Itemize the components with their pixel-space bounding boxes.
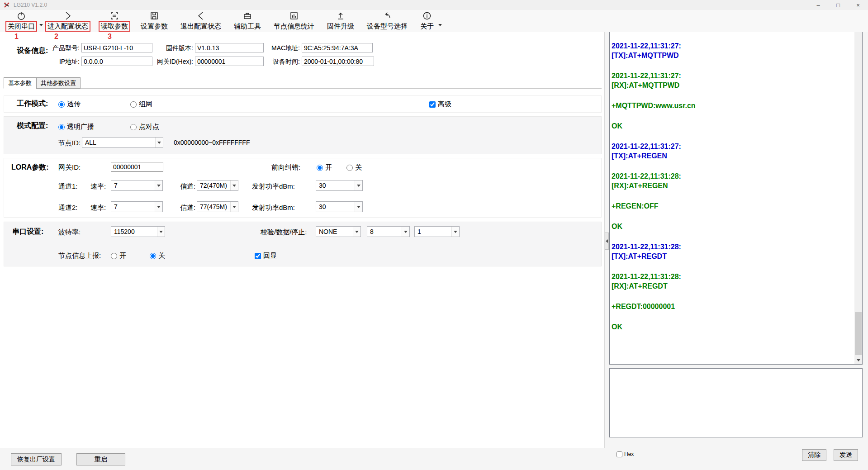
baud-rate-label: 波特率: — [58, 228, 81, 237]
chevron-down-icon[interactable] — [438, 24, 442, 26]
work-mode-band — [4, 95, 602, 113]
channel1-freq-select[interactable]: 72(470M) — [197, 180, 238, 191]
toolbar-label: 固件升级 — [325, 21, 356, 32]
toolbar-label: 关闭串口 — [5, 21, 37, 32]
toolbar-button-about[interactable]: 关于 — [417, 10, 437, 32]
channel2-label: 通道2: — [58, 204, 78, 212]
work-mode-network-radio[interactable]: 组网 — [130, 100, 152, 109]
toolbar-label: 退出配置状态 — [178, 21, 223, 32]
channel2-freq-select[interactable]: 77(475M) — [197, 201, 238, 212]
reboot-button[interactable]: 重启 — [76, 453, 125, 465]
log-line: 2021-11-22,11:31:27: — [612, 41, 847, 51]
toolbar-label: 辅助工具 — [232, 21, 263, 32]
mode-broadcast-radio[interactable]: 透明广播 — [58, 123, 94, 131]
gateway-id-hex-field[interactable] — [195, 57, 264, 66]
node-report-on-radio[interactable]: 开 — [111, 252, 126, 260]
mode-p2p-radio[interactable]: 点对点 — [130, 123, 159, 131]
mac-address-field[interactable] — [302, 43, 373, 52]
device-info-title: 设备信息: — [17, 46, 48, 56]
echo-checkbox[interactable]: 回显 — [255, 252, 277, 260]
scrollbar-thumb[interactable] — [855, 312, 862, 355]
rate2-select[interactable]: 7 — [111, 201, 163, 212]
product-model-field[interactable] — [81, 43, 152, 52]
gateway-id-label: 网关ID: — [58, 163, 81, 172]
log-line: OK — [612, 121, 847, 131]
channel1-freq-label: 信道: — [180, 182, 195, 191]
log-line: [TX]:AT+MQTTPWD — [612, 51, 847, 60]
param-tabs: 基本参数 其他参数设置 — [4, 77, 81, 89]
save-icon — [149, 11, 159, 21]
app-logo-icon — [4, 2, 10, 8]
annotation-number: 1 — [14, 33, 19, 41]
send-button[interactable]: 发送 — [834, 449, 858, 461]
toolbar-button-aux-tools[interactable]: 辅助工具 — [231, 10, 264, 32]
toolbar-button-firmware-upgrade[interactable]: 固件升级 — [324, 10, 357, 32]
log-line: 2021-11-22,11:31:27: — [612, 71, 847, 81]
minimize-button[interactable]: – — [808, 0, 828, 10]
toolbar-button-read-params[interactable]: 读取参数 3 — [98, 10, 131, 32]
clear-button[interactable]: 清除 — [802, 449, 826, 461]
stats-chart-icon — [289, 11, 299, 21]
chevron-down-icon[interactable] — [39, 24, 43, 26]
maximize-button[interactable]: □ — [828, 0, 848, 10]
toolbox-icon — [242, 11, 252, 21]
close-button[interactable]: × — [848, 0, 868, 10]
log-line: [TX]:AT+REGDT — [612, 252, 847, 261]
log-line: +REGDT:00000001 — [612, 302, 847, 311]
node-id-select[interactable]: ALL — [82, 137, 163, 148]
toolbar-button-close-serial[interactable]: 关闭串口 1 — [5, 10, 38, 32]
power1-label: 发射功率dBm: — [252, 182, 295, 191]
log-line: OK — [612, 222, 847, 231]
log-line: [RX]:AT+REGEN — [612, 181, 847, 190]
rate1-select[interactable]: 7 — [111, 180, 163, 191]
power1-select[interactable]: 30 — [316, 180, 363, 191]
scan-params-icon — [109, 11, 119, 21]
fec-label: 前向纠错: — [271, 163, 300, 172]
baud-rate-select[interactable]: 115200 — [111, 226, 165, 237]
toolbar-label: 进入配置状态 — [45, 21, 90, 32]
send-input[interactable] — [610, 369, 862, 437]
data-bits-select[interactable]: 8 — [367, 226, 410, 237]
device-time-label: 设备时间: — [263, 58, 300, 66]
hex-checkbox[interactable]: Hex — [617, 451, 634, 457]
rate1-label: 速率: — [90, 182, 106, 191]
annotation-number: 3 — [108, 33, 112, 41]
device-time-field[interactable] — [302, 57, 374, 66]
annotation-number: 2 — [54, 33, 58, 41]
firmware-version-field[interactable] — [195, 43, 264, 52]
parity-select[interactable]: NONE — [316, 226, 361, 237]
node-id-label: 节点ID: — [55, 139, 81, 147]
product-model-label: 产品型号: — [47, 44, 80, 52]
toolbar-label: 读取参数 — [99, 21, 130, 32]
gateway-id-input[interactable] — [111, 162, 163, 172]
fec-on-radio[interactable]: 开 — [317, 163, 332, 172]
window-title: LG210 V1.2.0 — [14, 2, 47, 8]
toolbar-button-enter-config[interactable]: 进入配置状态 2 — [44, 10, 91, 32]
log-line: 2021-11-22,11:31:28: — [612, 272, 847, 281]
chevron-down-icon — [155, 138, 163, 147]
work-mode-transparent-radio[interactable]: 透传 — [58, 100, 81, 109]
mode-config-title: 模式配置: — [17, 121, 48, 131]
gateway-id-hex-label: 网关ID(Hex): — [147, 58, 193, 66]
toolbar-button-node-stats[interactable]: 节点信息统计 — [270, 10, 318, 32]
toolbar-button-exit-config[interactable]: 退出配置状态 — [177, 10, 224, 32]
power2-select[interactable]: 30 — [316, 201, 363, 212]
log-scrollbar-track[interactable] — [854, 10, 862, 364]
panel-splitter[interactable] — [605, 233, 609, 250]
ip-address-field[interactable] — [81, 57, 152, 66]
node-report-off-radio[interactable]: 关 — [150, 252, 165, 260]
toolbar-label: 节点信息统计 — [271, 21, 317, 32]
fec-off-radio[interactable]: 关 — [346, 163, 362, 172]
scrollbar-down-button[interactable] — [854, 356, 862, 364]
tab-basic-params[interactable]: 基本参数 — [4, 77, 36, 89]
stop-bits-select[interactable]: 1 — [414, 226, 460, 237]
parity-data-stop-label: 校验/数据/停止: — [261, 228, 307, 237]
toolbar-button-set-params[interactable]: 设置参数 — [138, 10, 171, 32]
toolbar-button-device-model[interactable]: 设备型号选择 — [364, 10, 411, 32]
app-window: LG210 V1.2.0 – □ × 关闭串口 1 进入配置状态 2 读取参数 … — [0, 0, 868, 470]
advanced-checkbox[interactable]: 高级 — [429, 100, 451, 109]
tab-other-params[interactable]: 其他参数设置 — [36, 77, 81, 89]
channel1-label: 通道1: — [58, 182, 78, 191]
factory-reset-button[interactable]: 恢复出厂设置 — [11, 453, 62, 465]
log-line: +REGEN:OFF — [612, 201, 847, 211]
